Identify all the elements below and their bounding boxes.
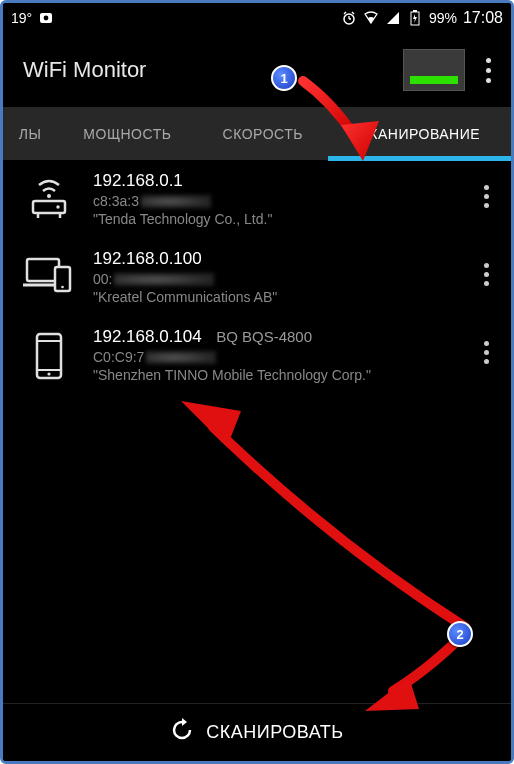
temperature: 19° (11, 10, 32, 26)
device-list: 192.168.0.1 c8:3a:3 "Tenda Technology Co… (3, 161, 511, 395)
device-row[interactable]: 192.168.0.104 BQ BQS-4800 C0:C9:7 "Shenz… (3, 317, 511, 395)
device-mac: c8:3a:3 (93, 193, 139, 209)
blurred-text (114, 273, 214, 286)
svg-point-17 (61, 286, 64, 289)
router-icon (17, 171, 81, 221)
device-name: BQ BQS-4800 (216, 328, 312, 345)
tab-label: СКОРОСТЬ (223, 126, 303, 142)
blurred-text (141, 195, 211, 208)
svg-rect-10 (33, 201, 65, 213)
svg-line-6 (352, 12, 354, 14)
app-header: WiFi Monitor (3, 33, 511, 107)
cell-signal-icon (385, 10, 401, 26)
svg-rect-8 (413, 10, 417, 12)
device-vendor: "Tenda Technology Co., Ltd." (93, 211, 471, 227)
app-title: WiFi Monitor (23, 57, 146, 83)
tab-label: ЛЫ (19, 126, 42, 142)
clock: 17:08 (463, 9, 503, 27)
refresh-icon (170, 718, 194, 747)
row-menu-icon[interactable] (471, 171, 501, 208)
svg-line-5 (344, 12, 346, 14)
alarm-icon (341, 10, 357, 26)
tab-bar: ЛЫ МОЩНОСТЬ СКОРОСТЬ СКАНИРОВАНИЕ (3, 107, 511, 161)
device-vendor: "Kreatel Communications AB" (93, 289, 471, 305)
signal-meter[interactable] (403, 49, 465, 91)
device-vendor: "Shenzhen TINNO Mobile Technology Corp." (93, 367, 471, 383)
annotation-badge-1: 1 (271, 65, 297, 91)
device-row[interactable]: 192.168.0.1 c8:3a:3 "Tenda Technology Co… (3, 161, 511, 239)
battery-charging-icon (407, 10, 423, 26)
overflow-menu-icon[interactable] (475, 50, 501, 90)
svg-point-21 (47, 372, 50, 375)
device-mac: C0:C9:7 (93, 349, 144, 365)
svg-point-11 (56, 205, 59, 208)
wifi-icon (363, 10, 379, 26)
device-ip: 192.168.0.100 (93, 249, 202, 268)
battery-percent: 99% (429, 10, 457, 26)
annotation-arrow (293, 63, 403, 173)
scan-button-label: СКАНИРОВАТЬ (206, 722, 343, 743)
svg-point-9 (47, 194, 51, 198)
status-bar: 19° 99% 17:08 (3, 3, 511, 33)
svg-point-1 (44, 16, 49, 21)
tab-power[interactable]: МОЩНОСТЬ (57, 107, 198, 160)
notification-icon (38, 10, 54, 26)
device-mac: 00: (93, 271, 112, 287)
blurred-text (146, 351, 216, 364)
tab-label: МОЩНОСТЬ (83, 126, 171, 142)
tab-channels-partial[interactable]: ЛЫ (3, 107, 57, 160)
device-ip: 192.168.0.1 (93, 171, 183, 190)
laptop-phone-icon (17, 249, 81, 295)
device-ip: 192.168.0.104 (93, 327, 202, 346)
device-row[interactable]: 192.168.0.100 00: "Kreatel Communication… (3, 239, 511, 317)
phone-icon (17, 327, 81, 381)
row-menu-icon[interactable] (471, 249, 501, 286)
row-menu-icon[interactable] (471, 327, 501, 364)
annotation-arrow (173, 393, 483, 653)
annotation-badge-2: 2 (447, 621, 473, 647)
